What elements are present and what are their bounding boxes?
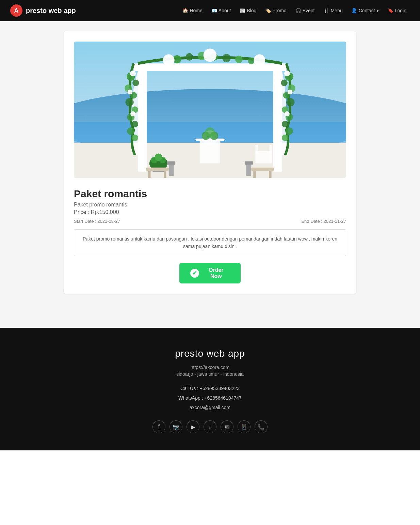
svg-rect-60 [245, 161, 253, 165]
footer-contact: Call Us : +62895339403223 WhatsApp : +62… [7, 384, 413, 412]
svg-point-8 [132, 80, 139, 86]
svg-point-28 [286, 127, 293, 135]
nav-contact[interactable]: 👤Contact ▾ [348, 6, 382, 15]
svg-point-38 [235, 56, 243, 63]
svg-rect-66 [270, 145, 272, 153]
nav-about[interactable]: 📧About [208, 6, 235, 15]
svg-rect-61 [251, 168, 274, 171]
svg-point-48 [205, 127, 215, 137]
svg-point-40 [163, 55, 175, 66]
svg-point-11 [126, 98, 134, 106]
svg-point-29 [282, 135, 288, 141]
svg-point-53 [155, 153, 162, 161]
svg-rect-62 [253, 171, 256, 178]
promo-card: Paket romantis Paket promo romantis Pric… [64, 31, 356, 294]
end-date: End Date : 2021-11-27 [301, 219, 346, 224]
svg-point-27 [282, 121, 288, 127]
svg-point-17 [130, 71, 136, 76]
nav-contact-label: Contact [358, 8, 375, 13]
nav-event[interactable]: 🎧Event [292, 6, 318, 15]
brand-icon-letter: A [14, 7, 19, 14]
promo-description-text: Paket promo romantis untuk kamu dan pasa… [83, 236, 337, 249]
nav-blog-label: Blog [247, 8, 256, 13]
login-icon: 🔖 [388, 8, 393, 13]
start-date: Start Date : 2021-08-27 [74, 219, 120, 224]
social-twitter[interactable]: 𝕣 [204, 420, 216, 433]
svg-point-15 [127, 127, 134, 135]
svg-rect-57 [148, 171, 150, 178]
svg-point-30 [284, 71, 290, 76]
main-content: Paket romantis Paket promo romantis Pric… [0, 21, 420, 328]
brand-logo[interactable]: A presto web app [10, 4, 76, 17]
brand-name: presto web app [26, 7, 76, 15]
social-youtube[interactable]: ▶ [187, 420, 199, 433]
svg-rect-59 [246, 164, 252, 176]
nav-login-label: Login [395, 8, 406, 13]
event-icon: 🎧 [295, 8, 301, 13]
blog-icon: 📰 [240, 8, 245, 13]
nav-links: 🏠Home 📧About 📰Blog 🏷️Promo 🎧Event 🍴Menu … [179, 6, 410, 15]
footer-socials: f 📷 ▶ 𝕣 ✉ 📱 📞 [7, 420, 413, 433]
svg-rect-54 [169, 164, 174, 176]
svg-rect-65 [255, 145, 258, 153]
promo-icon: 🏷️ [265, 8, 271, 13]
nav-menu-label: Menu [330, 8, 342, 13]
svg-point-21 [281, 80, 287, 86]
promo-image [74, 42, 346, 178]
footer-brand: presto web app [7, 348, 413, 359]
social-whatsapp[interactable]: 📱 [238, 420, 251, 433]
promo-price: Price : Rp.150,000 [74, 209, 346, 215]
svg-point-32 [285, 111, 290, 117]
svg-point-34 [185, 53, 193, 61]
nav-home-label: Home [190, 8, 202, 13]
menu-icon: 🍴 [323, 8, 329, 13]
svg-point-37 [222, 54, 230, 62]
footer: presto web app https://axcora.com sidoar… [0, 328, 420, 450]
about-icon: 📧 [211, 8, 217, 13]
social-phone[interactable]: 📞 [255, 420, 268, 433]
svg-rect-6 [134, 63, 286, 71]
svg-point-31 [288, 90, 293, 95]
nav-event-label: Event [303, 8, 315, 13]
svg-rect-58 [164, 171, 166, 178]
footer-url: https://axcora.com [7, 365, 413, 370]
svg-point-41 [204, 49, 217, 62]
promo-title: Paket romantis [74, 188, 346, 200]
svg-point-14 [132, 121, 138, 127]
svg-point-18 [128, 90, 133, 95]
order-now-button[interactable]: ✔ Order Now [179, 263, 241, 283]
brand-icon: A [10, 4, 22, 17]
promo-subtitle: Paket promo romantis [74, 202, 346, 208]
home-icon: 🏠 [182, 8, 188, 13]
footer-address: sidoarjo - jawa timur - indonesia [7, 371, 413, 377]
social-instagram[interactable]: 📷 [169, 420, 182, 433]
svg-rect-63 [269, 171, 271, 178]
svg-point-24 [286, 98, 294, 106]
nav-home[interactable]: 🏠Home [179, 6, 206, 15]
svg-point-16 [132, 135, 138, 141]
contact-icon: 👤 [351, 8, 357, 13]
footer-call: Call Us : +62895339403223 [7, 384, 413, 393]
order-now-label: Order Now [203, 267, 230, 279]
nav-about-label: About [219, 8, 231, 13]
nav-promo-label: Promo [272, 8, 286, 13]
svg-point-19 [130, 111, 135, 117]
nav-promo[interactable]: 🏷️Promo [262, 6, 290, 15]
nav-blog[interactable]: 📰Blog [236, 6, 260, 15]
promo-dates: Start Date : 2021-08-27 End Date : 2021-… [74, 219, 346, 224]
svg-point-42 [254, 55, 265, 66]
social-facebook[interactable]: f [152, 420, 165, 433]
footer-email: axcora@gmail.com [7, 403, 413, 412]
whatsapp-icon: ✔ [190, 269, 199, 278]
svg-rect-55 [167, 161, 175, 165]
social-email[interactable]: ✉ [221, 420, 233, 433]
svg-point-39 [248, 58, 255, 64]
nav-login[interactable]: 🔖Login [384, 6, 410, 15]
footer-whatsapp: WhatsApp : +6285646104747 [7, 393, 413, 403]
svg-rect-56 [146, 168, 169, 171]
promo-description: Paket promo romantis untuk kamu dan pasa… [74, 229, 346, 256]
navbar: A presto web app 🏠Home 📧About 📰Blog 🏷️Pr… [0, 0, 420, 21]
nav-menu[interactable]: 🍴Menu [320, 6, 346, 15]
